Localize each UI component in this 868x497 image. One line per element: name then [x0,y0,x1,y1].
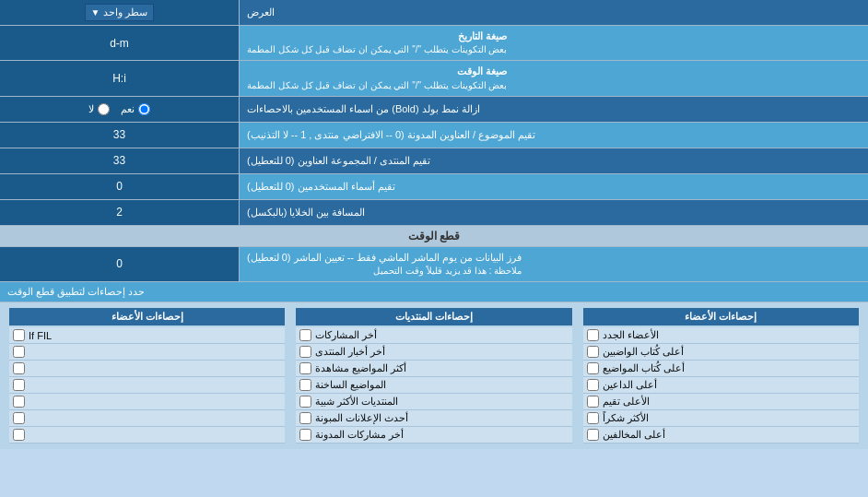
list-item: أعلى كُتاب الواضبين [583,344,859,361]
date-format-row: صيغة التاريخ بعض التكوينات يتطلب "/" الت… [0,26,868,61]
list-item [9,361,285,377]
cb-last-posts[interactable] [299,329,311,341]
list-item [9,377,285,394]
user-sort-input-area [0,174,240,199]
topic-sort-input-area [0,123,240,148]
bold-yes-radio[interactable] [138,103,150,115]
list-item [9,427,285,444]
list-item [9,394,285,410]
topic-sort-row: تقيم الموضوع / العناوين المدونة (0 -- ال… [0,123,868,148]
cb-if-fil[interactable] [13,329,25,341]
date-format-input-area [0,26,240,60]
cb-top-rated[interactable] [587,396,599,408]
time-format-input[interactable] [6,72,233,85]
list-item: أخر المشاركات [296,327,571,344]
list-item: الأكثر شكراً [583,410,859,427]
cb-col3-3[interactable] [13,362,25,374]
list-item: المنتديات الأكثر شبية [296,394,571,410]
main-container: العرض سطر واحد ▼ صيغة التاريخ بعض التكوي… [0,0,868,449]
time-cut-row: فرز البيانات من يوم الماشر الماشي فقط --… [0,247,868,282]
list-item: أخر أخبار المنتدى [296,344,571,361]
checkbox-col-3: إحصاءات الأعضاء If FIL [4,306,290,445]
date-format-input[interactable] [6,37,233,50]
time-cut-header: قطع الوقت [0,226,868,247]
cb-most-popular[interactable] [299,396,311,408]
topic-sort-label: تقيم الموضوع / العناوين المدونة (0 -- ال… [240,123,868,148]
user-sort-label: تقيم أسماء المستخدمين (0 للتعطيل) [240,174,868,199]
cb-top-warned[interactable] [587,429,599,441]
bold-no-label[interactable]: لا [88,103,110,115]
list-item: الأعضاء الجدد [583,327,859,344]
list-item [9,344,285,361]
cb-hot-topics[interactable] [299,379,311,391]
col3-header: إحصاءات الأعضاء [9,308,285,325]
header-row: العرض سطر واحد ▼ [0,0,868,26]
user-sort-row: تقيم أسماء المستخدمين (0 للتعطيل) [0,174,868,200]
list-item: أخر مشاركات المدونة [296,427,571,444]
time-format-row: صيغة الوقت بعض التكوينات يتطلب "/" التي … [0,61,868,96]
time-cut-label: فرز البيانات من يوم الماشر الماشي فقط --… [240,247,868,281]
list-item [9,410,285,427]
cb-col3-2[interactable] [13,346,25,358]
col2-header: إحصاءات المنتديات [296,308,571,325]
list-item: المواضيع الساخنة [296,377,571,394]
cell-spacing-label: المسافة بين الخلايا (بالبكسل) [240,200,868,225]
bold-remove-label: ازالة نمط بولد (Bold) من اسماء المستخدمي… [240,97,868,122]
cell-spacing-input-area [0,200,240,225]
bold-remove-options: نعم لا [0,97,240,122]
cb-top-topics[interactable] [587,362,599,374]
cb-col3-5[interactable] [13,396,25,408]
col1-header: إحصاءات الأعضاء [583,308,859,325]
date-format-label: صيغة التاريخ بعض التكوينات يتطلب "/" الت… [240,26,868,60]
list-item: أحدث الإعلانات المبونة [296,410,571,427]
cb-top-posters[interactable] [587,346,599,358]
if-fil-text: If FIL [29,330,52,341]
cb-last-blog[interactable] [299,429,311,441]
cell-spacing-row: المسافة بين الخلايا (بالبكسل) [0,200,868,226]
display-dropdown[interactable]: سطر واحد ▼ [85,4,155,21]
cell-spacing-input[interactable] [6,206,233,219]
bold-radio-group: نعم لا [81,103,158,115]
cb-top-referrers[interactable] [587,379,599,391]
cb-col3-4[interactable] [13,379,25,391]
header-label: العرض [240,0,868,25]
forum-sort-label: تقيم المنتدى / المجموعة العناوين (0 للتع… [240,148,868,173]
list-item: أعلى كُتاب المواضيع [583,361,859,377]
dropdown-arrow-icon: ▼ [91,7,100,18]
time-format-label: صيغة الوقت بعض التكوينات يتطلب "/" التي … [240,61,868,95]
cb-col3-6[interactable] [13,412,25,424]
list-item: الأعلى تقيم [583,394,859,410]
checkbox-col-1: إحصاءات الأعضاء الأعضاء الجدد أعلى كُتاب… [578,306,864,445]
list-item: أعلى الداعين [583,377,859,394]
time-format-input-area [0,61,240,95]
cb-last-news[interactable] [299,346,311,358]
topic-sort-input[interactable] [6,128,233,141]
list-item: If FIL [9,327,285,344]
time-cut-input[interactable] [6,257,233,270]
cb-most-thanks[interactable] [587,412,599,424]
checkbox-col-2: إحصاءات المنتديات أخر المشاركات أخر أخبا… [290,306,577,445]
checkbox-grid: إحصاءات الأعضاء الأعضاء الجدد أعلى كُتاب… [4,306,864,445]
header-dropdown-area: سطر واحد ▼ [0,0,240,25]
checkbox-section: إحصاءات الأعضاء الأعضاء الجدد أعلى كُتاب… [0,302,868,449]
cb-col3-7[interactable] [13,429,25,441]
bold-yes-label[interactable]: نعم [121,103,150,115]
cb-most-viewed[interactable] [299,362,311,374]
apply-stats-row: حدد إحصاءات لتطبيق قطع الوقت [0,282,868,302]
cb-latest-announcements[interactable] [299,412,311,424]
user-sort-input[interactable] [6,180,233,193]
list-item: أعلى المخالفين [583,427,859,444]
bold-remove-row: ازالة نمط بولد (Bold) من اسماء المستخدمي… [0,97,868,123]
forum-sort-input-area [0,148,240,173]
forum-sort-row: تقيم المنتدى / المجموعة العناوين (0 للتع… [0,148,868,174]
time-cut-input-area [0,247,240,281]
list-item: أكثر المواضيع مشاهدة [296,361,571,377]
bold-no-radio[interactable] [98,103,110,115]
forum-sort-input[interactable] [6,154,233,167]
cb-new-members[interactable] [587,329,599,341]
